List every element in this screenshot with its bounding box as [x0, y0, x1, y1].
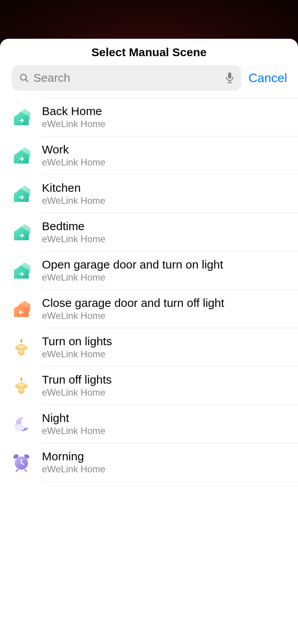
scene-row-text: NighteWeLink Home [42, 412, 290, 436]
scene-row-text: Turn on lightseWeLink Home [42, 335, 290, 360]
scene-subtitle: eWeLink Home [42, 234, 290, 245]
scene-row[interactable]: NighteWeLink Home [0, 405, 298, 443]
lamp-icon [12, 337, 31, 357]
scene-row-text: Close garage door and turn off lighteWeL… [42, 296, 290, 321]
moon-icon [12, 414, 31, 434]
scene-row[interactable]: BedtimeeWeLink Home [0, 213, 298, 251]
scene-title: Trun off lights [42, 373, 290, 386]
scene-row-text: BedtimeeWeLink Home [42, 220, 290, 245]
scene-row[interactable]: KitcheneWeLink Home [0, 175, 298, 213]
scene-row-text: WorkeWeLink Home [42, 143, 290, 168]
scene-row[interactable]: Turn on lightseWeLink Home [0, 328, 298, 366]
svg-rect-2 [228, 72, 231, 79]
search-box[interactable] [12, 65, 241, 91]
svg-point-8 [18, 387, 24, 394]
scene-title: Open garage door and turn on light [42, 258, 290, 271]
svg-line-16 [25, 470, 26, 471]
scene-row[interactable]: WorkeWeLink Home [0, 136, 298, 174]
scene-row[interactable]: Back HomeeWeLink Home [0, 98, 298, 136]
home-green-icon [12, 222, 31, 242]
scene-subtitle: eWeLink Home [42, 195, 290, 206]
scene-subtitle: eWeLink Home [42, 272, 290, 283]
home-green-icon [12, 107, 31, 127]
divider [42, 481, 298, 482]
scene-subtitle: eWeLink Home [42, 425, 290, 436]
cancel-button[interactable]: Cancel [248, 71, 287, 85]
scene-title: Close garage door and turn off light [42, 296, 290, 310]
svg-line-1 [26, 79, 28, 82]
clock-icon [12, 453, 31, 472]
microphone-icon[interactable] [225, 72, 234, 84]
sheet-title: Select Manual Scene [0, 39, 298, 65]
svg-rect-7 [21, 377, 22, 381]
scene-subtitle: eWeLink Home [42, 349, 290, 360]
scene-row-text: Back HomeeWeLink Home [42, 105, 290, 129]
svg-line-15 [16, 470, 18, 471]
search-row: Cancel [0, 65, 298, 91]
scene-title: Morning [42, 450, 290, 463]
svg-rect-5 [21, 339, 22, 343]
scene-subtitle: eWeLink Home [42, 157, 290, 168]
scene-title: Work [42, 143, 290, 156]
home-green-icon [12, 261, 31, 280]
search-input[interactable] [33, 71, 221, 84]
scene-subtitle: eWeLink Home [42, 310, 290, 321]
scene-row[interactable]: MorningeWeLink Home [0, 443, 298, 481]
scene-row-text: MorningeWeLink Home [42, 450, 290, 475]
home-green-icon [12, 146, 31, 165]
scene-row-text: Open garage door and turn on lighteWeLin… [42, 258, 290, 283]
scene-list[interactable]: Back HomeeWeLink Home WorkeWeLink Home K… [0, 98, 298, 644]
scene-title: Kitchen [42, 181, 290, 195]
scene-row[interactable]: Trun off lightseWeLink Home [0, 367, 298, 405]
scene-title: Turn on lights [42, 335, 290, 348]
scene-title: Bedtime [42, 220, 290, 233]
home-orange-icon [12, 299, 31, 319]
scene-subtitle: eWeLink Home [42, 464, 290, 475]
scene-row[interactable]: Close garage door and turn off lighteWeL… [0, 290, 298, 328]
scene-title: Night [42, 412, 290, 425]
search-icon [19, 72, 29, 83]
lamp-icon [12, 376, 31, 395]
home-green-icon [12, 184, 31, 203]
svg-point-6 [18, 349, 24, 355]
scene-picker-sheet: Select Manual Scene Cancel [0, 39, 298, 644]
scene-row[interactable]: Open garage door and turn on lighteWeLin… [0, 251, 298, 289]
scene-subtitle: eWeLink Home [42, 119, 290, 129]
scene-row-text: Trun off lightseWeLink Home [42, 373, 290, 398]
scene-title: Back Home [42, 105, 290, 118]
scene-subtitle: eWeLink Home [42, 387, 290, 398]
scene-row-text: KitcheneWeLink Home [42, 181, 290, 206]
svg-point-9 [14, 424, 24, 431]
